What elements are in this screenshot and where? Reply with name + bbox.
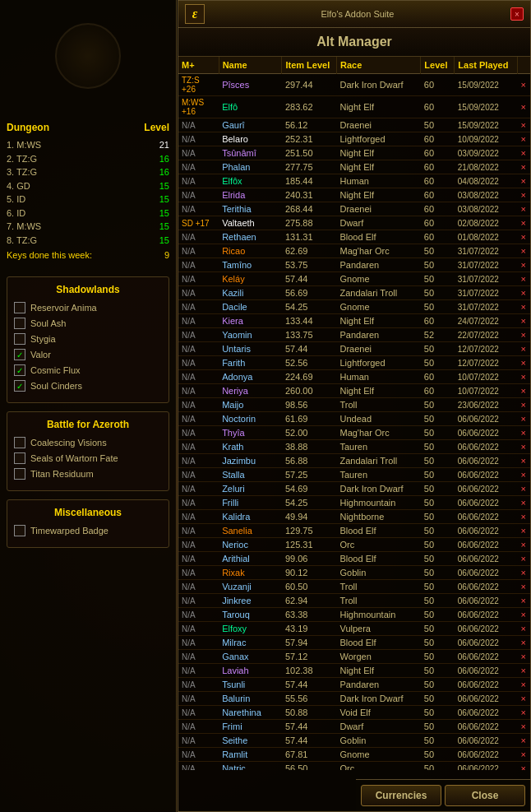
cell-delete[interactable]: × bbox=[518, 734, 530, 748]
cell-delete[interactable]: × bbox=[518, 384, 530, 398]
delete-button[interactable]: × bbox=[521, 190, 526, 200]
cell-delete[interactable]: × bbox=[518, 636, 530, 650]
shadowlands-checkbox-1[interactable] bbox=[14, 318, 25, 329]
cell-delete[interactable]: × bbox=[518, 216, 530, 230]
cell-delete[interactable]: × bbox=[518, 440, 530, 454]
cell-delete[interactable]: × bbox=[518, 566, 530, 580]
delete-button[interactable]: × bbox=[521, 638, 526, 647]
delete-button[interactable]: × bbox=[521, 218, 526, 228]
cell-delete[interactable]: × bbox=[518, 678, 530, 692]
cell-delete[interactable]: × bbox=[518, 244, 530, 258]
col-header-race[interactable]: Race bbox=[336, 57, 420, 74]
cell-delete[interactable]: × bbox=[518, 580, 530, 594]
currencies-button[interactable]: Currencies bbox=[361, 785, 441, 806]
bfa-checkbox-1[interactable] bbox=[14, 452, 25, 464]
cell-delete[interactable]: × bbox=[518, 496, 530, 510]
delete-button[interactable]: × bbox=[521, 763, 526, 770]
cell-delete[interactable]: × bbox=[518, 96, 530, 118]
cell-delete[interactable]: × bbox=[518, 454, 530, 468]
misc-item-0[interactable]: Timewarped Badge bbox=[14, 525, 162, 536]
delete-button[interactable]: × bbox=[521, 316, 526, 326]
shadowlands-item-1[interactable]: Soul Ash bbox=[14, 318, 162, 329]
cell-delete[interactable]: × bbox=[518, 356, 530, 370]
delete-button[interactable]: × bbox=[521, 596, 526, 606]
cell-delete[interactable]: × bbox=[518, 272, 530, 286]
cell-delete[interactable]: × bbox=[518, 118, 530, 132]
delete-button[interactable]: × bbox=[521, 386, 526, 396]
delete-button[interactable]: × bbox=[521, 610, 526, 619]
delete-button[interactable]: × bbox=[521, 148, 526, 158]
cell-delete[interactable]: × bbox=[518, 748, 530, 762]
cell-delete[interactable]: × bbox=[518, 202, 530, 216]
delete-button[interactable]: × bbox=[521, 512, 526, 522]
cell-delete[interactable]: × bbox=[518, 370, 530, 384]
col-header-ilvl[interactable]: Item Level bbox=[282, 57, 337, 74]
window-close-button[interactable]: × bbox=[510, 7, 524, 21]
cell-delete[interactable]: × bbox=[518, 160, 530, 174]
cell-delete[interactable]: × bbox=[518, 594, 530, 608]
delete-button[interactable]: × bbox=[521, 526, 526, 536]
delete-button[interactable]: × bbox=[521, 554, 526, 564]
delete-button[interactable]: × bbox=[521, 260, 526, 270]
cell-delete[interactable]: × bbox=[518, 482, 530, 496]
delete-button[interactable]: × bbox=[521, 102, 526, 112]
delete-button[interactable]: × bbox=[521, 400, 526, 410]
character-table-container[interactable]: M+ Name Item Level Race Level Last Playe… bbox=[178, 57, 530, 770]
cell-delete[interactable]: × bbox=[518, 664, 530, 678]
shadowlands-item-2[interactable]: Stygia bbox=[14, 333, 162, 345]
delete-button[interactable]: × bbox=[521, 652, 526, 661]
bfa-item-1[interactable]: Seals of Wartorn Fate bbox=[14, 452, 162, 464]
cell-delete[interactable]: × bbox=[518, 524, 530, 538]
delete-button[interactable]: × bbox=[521, 540, 526, 550]
cell-delete[interactable]: × bbox=[518, 650, 530, 664]
delete-button[interactable]: × bbox=[521, 344, 526, 354]
col-header-level[interactable]: Level bbox=[421, 57, 455, 74]
cell-delete[interactable]: × bbox=[518, 706, 530, 720]
shadowlands-item-0[interactable]: Reservoir Anima bbox=[14, 302, 162, 313]
delete-button[interactable]: × bbox=[521, 358, 526, 368]
cell-delete[interactable]: × bbox=[518, 398, 530, 412]
cell-delete[interactable]: × bbox=[518, 762, 530, 771]
delete-button[interactable]: × bbox=[521, 735, 526, 745]
delete-button[interactable]: × bbox=[521, 288, 526, 298]
col-header-name[interactable]: Name bbox=[219, 57, 282, 74]
delete-button[interactable]: × bbox=[521, 414, 526, 424]
cell-delete[interactable]: × bbox=[518, 174, 530, 188]
cell-delete[interactable]: × bbox=[518, 692, 530, 706]
shadowlands-item-4[interactable]: ✓ Cosmic Flux bbox=[14, 364, 162, 376]
delete-button[interactable]: × bbox=[521, 470, 526, 480]
shadowlands-checkbox-2[interactable] bbox=[14, 333, 25, 345]
bfa-checkbox-0[interactable] bbox=[14, 437, 25, 448]
delete-button[interactable]: × bbox=[521, 680, 526, 689]
cell-delete[interactable]: × bbox=[518, 74, 530, 96]
cell-delete[interactable]: × bbox=[518, 342, 530, 356]
delete-button[interactable]: × bbox=[521, 302, 526, 312]
col-header-mp[interactable]: M+ bbox=[178, 57, 219, 74]
delete-button[interactable]: × bbox=[521, 708, 526, 717]
delete-button[interactable]: × bbox=[521, 498, 526, 508]
delete-button[interactable]: × bbox=[521, 568, 526, 578]
cell-delete[interactable]: × bbox=[518, 552, 530, 566]
delete-button[interactable]: × bbox=[521, 134, 526, 144]
shadowlands-item-5[interactable]: ✓ Soul Cinders bbox=[14, 380, 162, 392]
bfa-checkbox-2[interactable] bbox=[14, 468, 25, 480]
shadowlands-checkbox-0[interactable] bbox=[14, 302, 25, 313]
cell-delete[interactable]: × bbox=[518, 538, 530, 552]
delete-button[interactable]: × bbox=[521, 582, 526, 592]
close-button[interactable]: Close bbox=[445, 785, 525, 806]
cell-delete[interactable]: × bbox=[518, 412, 530, 426]
delete-button[interactable]: × bbox=[521, 456, 526, 466]
cell-delete[interactable]: × bbox=[518, 720, 530, 734]
delete-button[interactable]: × bbox=[521, 442, 526, 452]
cell-delete[interactable]: × bbox=[518, 510, 530, 524]
delete-button[interactable]: × bbox=[521, 232, 526, 242]
delete-button[interactable]: × bbox=[521, 274, 526, 284]
delete-button[interactable]: × bbox=[521, 120, 526, 130]
col-header-lastplayed[interactable]: Last Played bbox=[455, 57, 518, 74]
cell-delete[interactable]: × bbox=[518, 328, 530, 342]
misc-checkbox-0[interactable] bbox=[14, 525, 25, 536]
delete-button[interactable]: × bbox=[521, 428, 526, 438]
cell-delete[interactable]: × bbox=[518, 132, 530, 146]
delete-button[interactable]: × bbox=[521, 204, 526, 214]
delete-button[interactable]: × bbox=[521, 176, 526, 186]
